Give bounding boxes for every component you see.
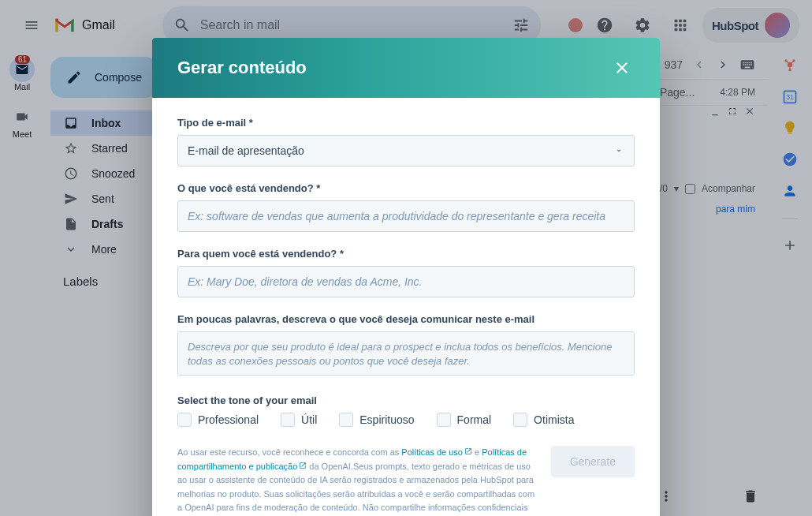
usage-policy-link[interactable]: Políticas de uso <box>401 447 472 457</box>
external-link-icon <box>299 462 307 469</box>
chevron-down-icon <box>613 145 624 156</box>
email-type-value: E-mail de apresentação <box>188 144 304 157</box>
tone-util[interactable]: Útil <box>281 413 317 427</box>
modal-header: Gerar conteúdo <box>152 38 660 98</box>
modal-close-button[interactable] <box>609 55 635 80</box>
who-selling-label: Para quem você está vendendo? * <box>177 248 635 260</box>
checkbox[interactable] <box>177 413 192 427</box>
tone-label: Select the tone of your email <box>177 394 635 406</box>
checkbox[interactable] <box>281 413 295 427</box>
modal-overlay: Gerar conteúdo Tipo de e-mail * E-mail d… <box>0 0 812 516</box>
tone-professional[interactable]: Professional <box>177 413 259 427</box>
modal-title: Gerar conteúdo <box>177 58 307 78</box>
modal-footer: Ao usar este recurso, você reconhece e c… <box>177 446 635 516</box>
what-selling-input[interactable] <box>177 200 635 232</box>
email-type-select[interactable]: E-mail de apresentação <box>177 135 635 166</box>
generate-content-modal: Gerar conteúdo Tipo de e-mail * E-mail d… <box>152 38 660 516</box>
generate-button[interactable]: Generate <box>551 446 635 477</box>
who-selling-input[interactable] <box>177 266 635 297</box>
tone-otimista[interactable]: Otimista <box>513 413 574 427</box>
tone-formal[interactable]: Formal <box>437 413 492 427</box>
external-link-icon <box>464 447 472 455</box>
checkbox[interactable] <box>437 413 451 427</box>
describe-textarea[interactable] <box>177 331 635 376</box>
email-type-label: Tipo de e-mail * <box>177 117 635 129</box>
tone-espirituoso[interactable]: Espirituoso <box>339 413 414 427</box>
tone-options: Professional Útil Espirituoso Formal Oti… <box>177 413 635 427</box>
modal-body: Tipo de e-mail * E-mail de apresentação … <box>152 98 660 516</box>
checkbox[interactable] <box>339 413 353 427</box>
disclaimer-text: Ao usar este recurso, você reconhece e c… <box>177 446 538 516</box>
checkbox[interactable] <box>513 413 527 427</box>
describe-label: Em poucas palavras, descreva o que você … <box>177 313 635 325</box>
what-selling-label: O que você está vendendo? * <box>177 182 635 194</box>
close-icon <box>613 58 631 77</box>
